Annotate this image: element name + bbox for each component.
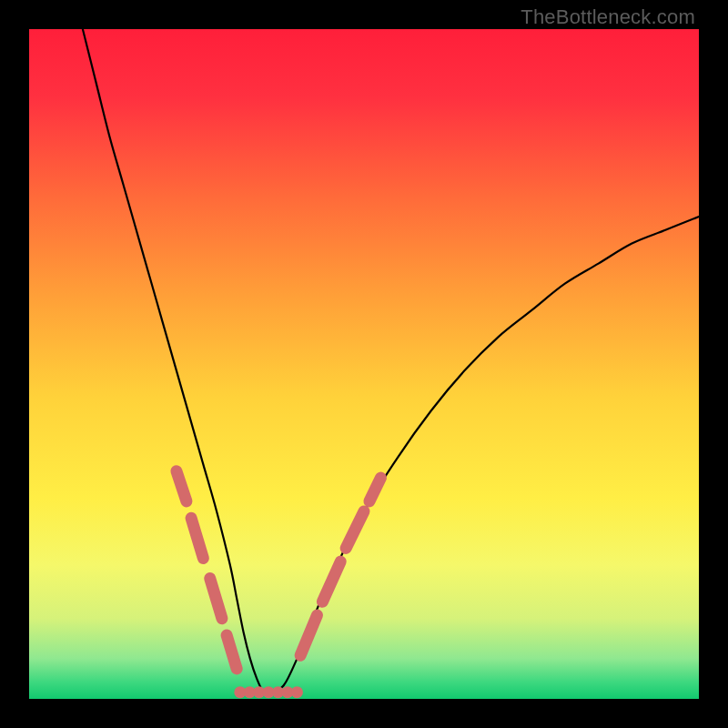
watermark-text: TheBottleneck.com — [521, 5, 695, 29]
plot-area — [29, 29, 699, 699]
gradient-background — [29, 29, 699, 699]
svg-point-14 — [291, 686, 303, 698]
chart-frame — [29, 29, 699, 699]
bottleneck-chart-svg — [29, 29, 699, 699]
